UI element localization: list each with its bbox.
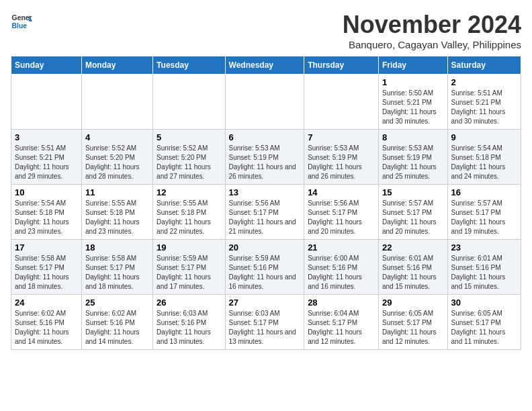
day-number: 11	[85, 187, 149, 197]
day-number: 17	[15, 242, 78, 253]
calendar-day-cell: 16Sunrise: 5:57 AM Sunset: 5:17 PM Dayli…	[447, 185, 521, 240]
day-info: Sunrise: 6:03 AM Sunset: 5:17 PM Dayligh…	[229, 309, 301, 347]
month-title: November 2024	[343, 11, 521, 39]
day-number: 14	[308, 187, 375, 197]
calendar-day-cell: 15Sunrise: 5:57 AM Sunset: 5:17 PM Dayli…	[378, 185, 447, 240]
calendar-day-cell	[304, 75, 379, 130]
page-header: General Blue November 2024 Banquero, Cag…	[11, 11, 521, 50]
day-number: 28	[308, 298, 375, 308]
weekday-header-cell: Sunday	[11, 56, 82, 75]
day-info: Sunrise: 6:04 AM Sunset: 5:17 PM Dayligh…	[308, 309, 375, 347]
day-info: Sunrise: 6:01 AM Sunset: 5:16 PM Dayligh…	[382, 254, 444, 291]
svg-text:Blue: Blue	[12, 22, 28, 30]
weekday-header-cell: Monday	[82, 56, 153, 75]
day-number: 19	[157, 242, 221, 253]
calendar-day-cell: 8Sunrise: 5:53 AM Sunset: 5:19 PM Daylig…	[378, 130, 447, 185]
calendar-week-row: 10Sunrise: 5:54 AM Sunset: 5:18 PM Dayli…	[11, 185, 521, 240]
calendar-day-cell: 9Sunrise: 5:54 AM Sunset: 5:18 PM Daylig…	[447, 130, 521, 185]
calendar-day-cell: 28Sunrise: 6:04 AM Sunset: 5:17 PM Dayli…	[304, 295, 379, 350]
day-info: Sunrise: 5:52 AM Sunset: 5:20 PM Dayligh…	[85, 144, 149, 181]
day-info: Sunrise: 6:02 AM Sunset: 5:16 PM Dayligh…	[15, 309, 78, 347]
calendar-day-cell: 17Sunrise: 5:58 AM Sunset: 5:17 PM Dayli…	[11, 240, 82, 295]
weekday-header-cell: Thursday	[304, 56, 379, 75]
calendar-day-cell: 2Sunrise: 5:51 AM Sunset: 5:21 PM Daylig…	[447, 75, 521, 130]
weekday-header-cell: Saturday	[447, 56, 521, 75]
day-info: Sunrise: 5:53 AM Sunset: 5:19 PM Dayligh…	[382, 144, 444, 181]
calendar-week-row: 1Sunrise: 5:50 AM Sunset: 5:21 PM Daylig…	[11, 75, 521, 130]
day-info: Sunrise: 5:59 AM Sunset: 5:16 PM Dayligh…	[229, 254, 301, 291]
day-info: Sunrise: 5:54 AM Sunset: 5:18 PM Dayligh…	[451, 144, 517, 181]
calendar-day-cell: 7Sunrise: 5:53 AM Sunset: 5:19 PM Daylig…	[304, 130, 379, 185]
day-number: 15	[382, 187, 444, 197]
calendar-day-cell: 25Sunrise: 6:02 AM Sunset: 5:16 PM Dayli…	[82, 295, 153, 350]
day-number: 4	[85, 132, 149, 142]
day-number: 9	[451, 132, 517, 142]
day-number: 16	[451, 187, 517, 197]
calendar-day-cell: 27Sunrise: 6:03 AM Sunset: 5:17 PM Dayli…	[225, 295, 304, 350]
calendar-week-row: 17Sunrise: 5:58 AM Sunset: 5:17 PM Dayli…	[11, 240, 521, 295]
calendar-day-cell: 1Sunrise: 5:50 AM Sunset: 5:21 PM Daylig…	[378, 75, 447, 130]
calendar-body: 1Sunrise: 5:50 AM Sunset: 5:21 PM Daylig…	[11, 75, 521, 350]
day-info: Sunrise: 5:51 AM Sunset: 5:21 PM Dayligh…	[15, 144, 78, 181]
calendar-day-cell: 10Sunrise: 5:54 AM Sunset: 5:18 PM Dayli…	[11, 185, 82, 240]
day-number: 30	[451, 298, 517, 308]
day-number: 1	[382, 77, 444, 87]
day-info: Sunrise: 5:55 AM Sunset: 5:18 PM Dayligh…	[85, 199, 149, 236]
day-number: 29	[382, 298, 444, 308]
day-number: 5	[157, 132, 221, 142]
day-number: 3	[15, 132, 78, 142]
calendar-day-cell: 21Sunrise: 6:00 AM Sunset: 5:16 PM Dayli…	[304, 240, 379, 295]
day-info: Sunrise: 5:56 AM Sunset: 5:17 PM Dayligh…	[308, 199, 375, 236]
calendar-day-cell: 5Sunrise: 5:52 AM Sunset: 5:20 PM Daylig…	[153, 130, 225, 185]
calendar-day-cell: 29Sunrise: 6:05 AM Sunset: 5:17 PM Dayli…	[378, 295, 447, 350]
calendar-day-cell: 4Sunrise: 5:52 AM Sunset: 5:20 PM Daylig…	[82, 130, 153, 185]
day-number: 2	[451, 77, 517, 87]
day-number: 21	[308, 242, 375, 253]
calendar-day-cell: 14Sunrise: 5:56 AM Sunset: 5:17 PM Dayli…	[304, 185, 379, 240]
calendar-day-cell	[11, 75, 82, 130]
calendar-table: SundayMondayTuesdayWednesdayThursdayFrid…	[11, 56, 521, 350]
weekday-header-cell: Friday	[378, 56, 447, 75]
day-number: 24	[15, 298, 78, 308]
day-number: 27	[229, 298, 301, 308]
calendar-day-cell: 12Sunrise: 5:55 AM Sunset: 5:18 PM Dayli…	[153, 185, 225, 240]
title-block: November 2024 Banquero, Cagayan Valley, …	[343, 11, 521, 50]
calendar-day-cell: 23Sunrise: 6:01 AM Sunset: 5:16 PM Dayli…	[447, 240, 521, 295]
day-number: 12	[157, 187, 221, 197]
day-info: Sunrise: 5:55 AM Sunset: 5:18 PM Dayligh…	[157, 199, 221, 236]
day-number: 26	[157, 298, 221, 308]
calendar-day-cell: 18Sunrise: 5:58 AM Sunset: 5:17 PM Dayli…	[82, 240, 153, 295]
calendar-day-cell: 19Sunrise: 5:59 AM Sunset: 5:17 PM Dayli…	[153, 240, 225, 295]
day-number: 13	[229, 187, 301, 197]
logo: General Blue	[11, 11, 32, 32]
weekday-header-row: SundayMondayTuesdayWednesdayThursdayFrid…	[11, 56, 521, 75]
day-info: Sunrise: 5:57 AM Sunset: 5:17 PM Dayligh…	[382, 199, 444, 236]
calendar-day-cell: 13Sunrise: 5:56 AM Sunset: 5:17 PM Dayli…	[225, 185, 304, 240]
day-info: Sunrise: 6:00 AM Sunset: 5:16 PM Dayligh…	[308, 254, 375, 291]
day-number: 23	[451, 242, 517, 253]
calendar-day-cell: 20Sunrise: 5:59 AM Sunset: 5:16 PM Dayli…	[225, 240, 304, 295]
calendar-day-cell	[225, 75, 304, 130]
calendar-day-cell: 30Sunrise: 6:05 AM Sunset: 5:17 PM Dayli…	[447, 295, 521, 350]
calendar-day-cell	[82, 75, 153, 130]
day-info: Sunrise: 6:05 AM Sunset: 5:17 PM Dayligh…	[451, 309, 517, 347]
day-info: Sunrise: 6:05 AM Sunset: 5:17 PM Dayligh…	[382, 309, 444, 347]
day-number: 22	[382, 242, 444, 253]
day-number: 20	[229, 242, 301, 253]
weekday-header-cell: Wednesday	[225, 56, 304, 75]
calendar-day-cell	[153, 75, 225, 130]
day-info: Sunrise: 5:52 AM Sunset: 5:20 PM Dayligh…	[157, 144, 221, 181]
day-info: Sunrise: 6:02 AM Sunset: 5:16 PM Dayligh…	[85, 309, 149, 347]
day-number: 7	[308, 132, 375, 142]
calendar-day-cell: 11Sunrise: 5:55 AM Sunset: 5:18 PM Dayli…	[82, 185, 153, 240]
day-info: Sunrise: 5:53 AM Sunset: 5:19 PM Dayligh…	[229, 144, 301, 181]
calendar-week-row: 3Sunrise: 5:51 AM Sunset: 5:21 PM Daylig…	[11, 130, 521, 185]
day-number: 8	[382, 132, 444, 142]
day-info: Sunrise: 6:03 AM Sunset: 5:16 PM Dayligh…	[157, 309, 221, 347]
day-info: Sunrise: 5:58 AM Sunset: 5:17 PM Dayligh…	[15, 254, 78, 291]
calendar-day-cell: 26Sunrise: 6:03 AM Sunset: 5:16 PM Dayli…	[153, 295, 225, 350]
location-title: Banquero, Cagayan Valley, Philippines	[343, 39, 521, 50]
weekday-header-cell: Tuesday	[153, 56, 225, 75]
day-info: Sunrise: 5:59 AM Sunset: 5:17 PM Dayligh…	[157, 254, 221, 291]
day-info: Sunrise: 5:51 AM Sunset: 5:21 PM Dayligh…	[451, 89, 517, 126]
